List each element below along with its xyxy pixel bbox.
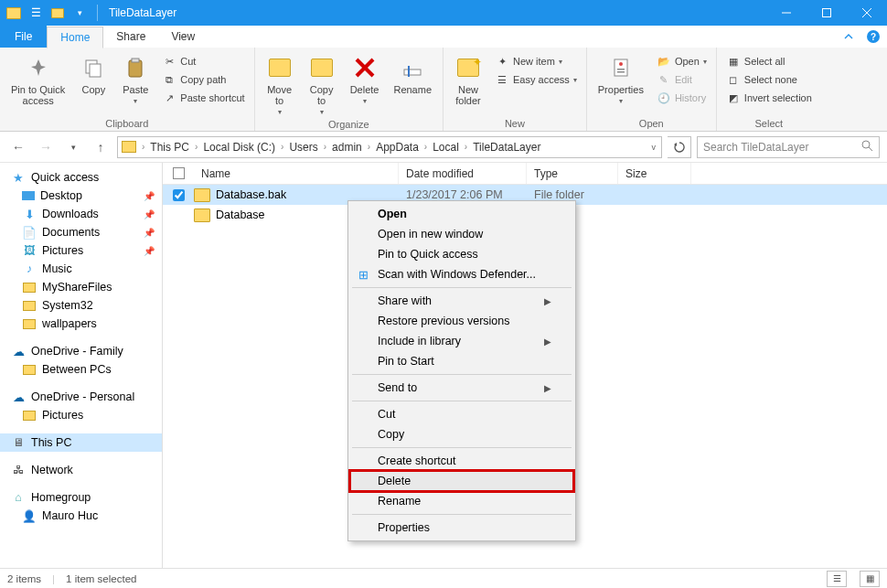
nav-mauro-huc[interactable]: 👤Mauro Huc xyxy=(0,507,162,525)
rename-button[interactable]: Rename xyxy=(388,51,437,97)
ctx-include-library[interactable]: Include in library▶ xyxy=(350,331,573,351)
open-button[interactable]: 📂Open ▾ xyxy=(653,53,711,69)
breadcrumb-item[interactable]: This PC xyxy=(146,141,193,154)
column-header-date[interactable]: Date modified xyxy=(399,163,527,184)
nav-mysharefiles[interactable]: MyShareFiles xyxy=(0,278,162,296)
refresh-button[interactable] xyxy=(668,136,691,158)
close-button[interactable] xyxy=(847,0,887,26)
delete-icon xyxy=(353,53,377,82)
forward-button[interactable]: → xyxy=(35,136,57,158)
breadcrumb-item[interactable]: Users xyxy=(285,141,321,154)
history-button[interactable]: 🕘History xyxy=(653,90,711,106)
ctx-send-to[interactable]: Send to▶ xyxy=(350,378,573,398)
path-icon: ⧉ xyxy=(162,72,176,87)
svg-rect-14 xyxy=(617,69,625,70)
column-header-size[interactable]: Size xyxy=(618,163,691,184)
folder-icon xyxy=(194,208,210,222)
select-none-button[interactable]: ◻Select none xyxy=(722,71,816,88)
nav-pictures-2[interactable]: Pictures xyxy=(0,406,162,424)
nav-desktop[interactable]: Desktop📌 xyxy=(0,187,162,205)
paste-button[interactable]: Paste ▾ xyxy=(116,51,155,107)
paste-shortcut-button[interactable]: ↗Paste shortcut xyxy=(158,90,248,106)
ctx-restore-prev[interactable]: Restore previous versions xyxy=(350,311,573,331)
ctx-cut[interactable]: Cut xyxy=(350,404,573,424)
nav-between-pcs[interactable]: Between PCs xyxy=(0,360,162,379)
breadcrumb[interactable]: › This PC› Local Disk (C:)› Users› admin… xyxy=(117,136,662,158)
breadcrumb-item[interactable]: admin xyxy=(328,141,366,154)
easy-access-button[interactable]: ☰Easy access ▾ xyxy=(491,71,581,88)
nav-homegroup[interactable]: ⌂Homegroup xyxy=(0,488,162,507)
nav-network[interactable]: 🖧Network xyxy=(0,461,162,479)
music-icon: ♪ xyxy=(22,262,37,275)
ctx-create-shortcut[interactable]: Create shortcut xyxy=(350,451,573,471)
details-view-button[interactable]: ☰ xyxy=(827,571,847,587)
breadcrumb-item[interactable]: Local xyxy=(429,141,463,154)
search-input[interactable]: Search TileDataLayer xyxy=(697,136,880,158)
ctx-share-with[interactable]: Share with▶ xyxy=(350,291,573,311)
context-menu: Open Open in new window Pin to Quick acc… xyxy=(347,200,576,541)
nav-music[interactable]: ♪Music xyxy=(0,260,162,278)
cut-button[interactable]: ✂Cut xyxy=(158,53,248,69)
close-icon xyxy=(862,8,871,17)
ctx-open-new-window[interactable]: Open in new window xyxy=(350,224,573,244)
svg-point-13 xyxy=(619,62,623,66)
ctx-pin-start[interactable]: Pin to Start xyxy=(350,351,573,371)
star-icon: ★ xyxy=(11,171,26,184)
back-button[interactable]: ← xyxy=(7,136,29,158)
nav-onedrive-personal[interactable]: ☁OneDrive - Personal xyxy=(0,388,162,406)
copy-path-button[interactable]: ⧉Copy path xyxy=(158,71,248,88)
ctx-open[interactable]: Open xyxy=(350,204,573,224)
tab-home[interactable]: Home xyxy=(47,27,103,48)
minimize-button[interactable] xyxy=(766,0,807,26)
nav-system32[interactable]: System32 xyxy=(0,296,162,315)
ctx-rename[interactable]: Rename xyxy=(350,491,573,511)
qat-dropdown-icon[interactable]: ▾ xyxy=(69,3,90,23)
invert-selection-button[interactable]: ◩Invert selection xyxy=(722,90,816,106)
ctx-pin-quick-access[interactable]: Pin to Quick access xyxy=(350,244,573,264)
up-button[interactable]: ↑ xyxy=(90,136,112,158)
thumbnails-view-button[interactable]: ▦ xyxy=(860,571,880,587)
recent-locations-button[interactable]: ▾ xyxy=(62,136,84,158)
select-all-checkbox[interactable] xyxy=(173,167,185,179)
file-name: Database xyxy=(216,208,265,221)
help-button[interactable]: ? xyxy=(867,30,880,43)
new-item-button[interactable]: ✦New item ▾ xyxy=(491,53,581,69)
edit-button[interactable]: ✎Edit xyxy=(653,71,711,88)
minimize-icon xyxy=(782,8,791,17)
breadcrumb-item[interactable]: Local Disk (C:) xyxy=(199,141,279,154)
qat-new-folder-icon[interactable] xyxy=(48,3,68,23)
nav-documents[interactable]: 📄Documents📌 xyxy=(0,223,162,241)
qat-folder-icon[interactable] xyxy=(4,3,24,23)
column-header-這type[interactable]: Type xyxy=(527,163,618,184)
maximize-button[interactable] xyxy=(807,0,847,26)
ctx-copy[interactable]: Copy xyxy=(350,424,573,444)
copy-button[interactable]: Copy xyxy=(74,51,112,97)
breadcrumb-item[interactable]: AppData xyxy=(372,141,422,154)
properties-icon xyxy=(610,53,632,82)
nav-quick-access[interactable]: ★Quick access xyxy=(0,168,162,187)
nav-downloads[interactable]: ⬇Downloads📌 xyxy=(0,205,162,223)
ribbon-collapse-button[interactable] xyxy=(838,26,860,48)
column-header-name[interactable]: Name xyxy=(194,163,399,184)
maximize-icon xyxy=(822,8,831,17)
delete-button[interactable]: Delete▾ xyxy=(345,51,385,107)
move-to-button[interactable]: Move to▾ xyxy=(261,51,299,118)
tab-view[interactable]: View xyxy=(158,26,208,48)
row-checkbox[interactable] xyxy=(173,189,185,201)
nav-this-pc[interactable]: 🖥This PC xyxy=(0,433,162,452)
new-folder-button[interactable]: ✦ New folder xyxy=(449,51,487,108)
properties-button[interactable]: Properties▾ xyxy=(593,51,649,107)
select-all-button[interactable]: ▦Select all xyxy=(722,53,816,69)
breadcrumb-item[interactable]: TileDataLayer xyxy=(469,141,544,154)
pin-to-quick-access-button[interactable]: Pin to Quick access xyxy=(5,51,70,108)
ctx-delete[interactable]: Delete xyxy=(350,471,573,491)
tab-file[interactable]: File xyxy=(0,26,47,48)
copy-to-button[interactable]: Copy to▾ xyxy=(303,51,341,118)
nav-wallpapers[interactable]: wallpapers xyxy=(0,315,162,333)
tab-share[interactable]: Share xyxy=(103,26,158,48)
ctx-properties[interactable]: Properties xyxy=(350,518,573,538)
nav-onedrive-family[interactable]: ☁OneDrive - Family xyxy=(0,342,162,360)
ctx-scan-defender[interactable]: ⊞Scan with Windows Defender... xyxy=(350,264,573,284)
nav-pictures[interactable]: 🖼Pictures📌 xyxy=(0,241,162,260)
qat-properties-icon[interactable]: ☰ xyxy=(26,3,46,23)
